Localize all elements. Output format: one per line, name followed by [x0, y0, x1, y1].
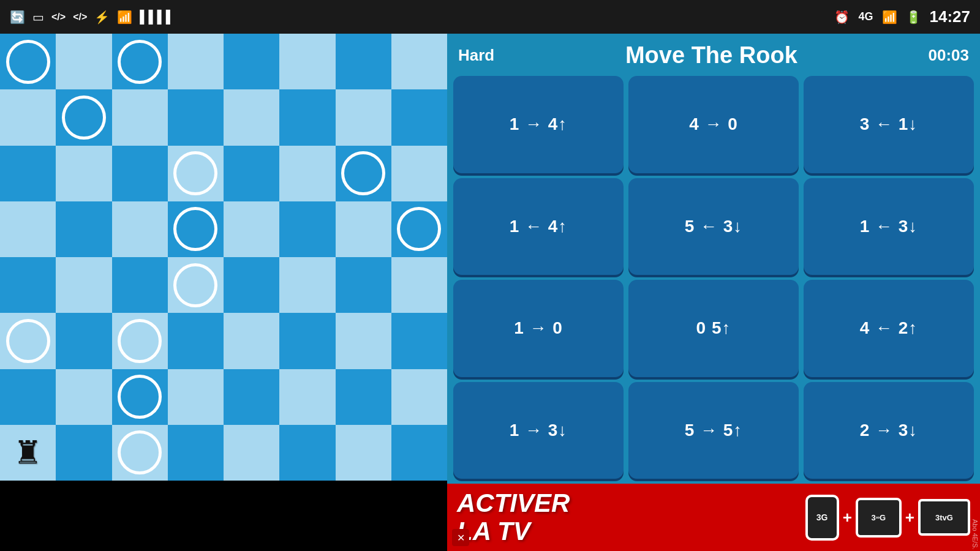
cell-6-0[interactable] [0, 369, 56, 425]
cell-5-4[interactable] [224, 313, 279, 369]
checker-piece-4-3 [173, 263, 217, 307]
cell-3-6[interactable] [336, 201, 391, 257]
cell-7-7[interactable] [391, 425, 447, 481]
cell-3-5[interactable] [279, 201, 335, 257]
cell-2-5[interactable] [279, 146, 335, 201]
move-button-9[interactable]: 1 → 3↓ [453, 382, 624, 479]
cell-0-5[interactable] [279, 34, 335, 89]
checker-piece-3-7 [397, 207, 441, 251]
checker-piece-5-2 [118, 319, 162, 363]
checker-piece-0-2 [118, 40, 162, 84]
ad-line1: ACTIVER [457, 489, 570, 517]
cell-1-0[interactable] [0, 89, 56, 145]
cell-4-0[interactable] [0, 257, 56, 313]
move-button-2[interactable]: 3 ← 1↓ [804, 76, 974, 173]
cell-4-2[interactable] [112, 257, 168, 313]
cell-3-7[interactable] [391, 201, 447, 257]
cell-5-7[interactable] [391, 313, 447, 369]
cell-7-4[interactable] [224, 425, 279, 481]
move-button-11[interactable]: 2 → 3↓ [804, 382, 974, 479]
cell-0-1[interactable] [56, 34, 111, 89]
plus1-icon: + [843, 508, 852, 527]
cell-5-1[interactable] [56, 313, 111, 369]
cell-4-6[interactable] [336, 257, 391, 313]
checker-piece-1-1 [62, 96, 106, 140]
cell-0-3[interactable] [168, 34, 224, 89]
cell-1-6[interactable] [336, 89, 391, 145]
cell-0-2[interactable] [112, 34, 168, 89]
cell-7-2[interactable] [112, 425, 168, 481]
cell-2-4[interactable] [224, 146, 279, 201]
right-panel: Hard Move The Rook 00:03 1 → 4↑4 → 03 ← … [447, 34, 980, 551]
battery-icon: 🔋 [906, 10, 921, 24]
cell-4-4[interactable] [224, 257, 279, 313]
cell-2-1[interactable] [56, 146, 111, 201]
checker-piece-5-0 [6, 319, 50, 363]
cell-6-7[interactable] [391, 369, 447, 425]
usb-icon: ⚡ [94, 10, 110, 24]
move-button-3[interactable]: 1 ← 4↑ [453, 178, 624, 276]
cell-0-4[interactable] [224, 34, 279, 89]
cell-7-1[interactable] [56, 425, 111, 481]
move-button-8[interactable]: 4 ← 2↑ [804, 280, 974, 377]
cell-4-5[interactable] [279, 257, 335, 313]
cell-5-5[interactable] [279, 313, 335, 369]
cell-5-6[interactable] [336, 313, 391, 369]
cell-1-5[interactable] [279, 89, 335, 145]
cell-0-0[interactable] [0, 34, 56, 89]
cell-3-2[interactable] [112, 201, 168, 257]
cell-5-0[interactable] [0, 313, 56, 369]
move-button-5[interactable]: 1 ← 3↓ [804, 178, 974, 276]
cell-7-0[interactable]: ♜ [0, 425, 56, 481]
cell-2-2[interactable] [112, 146, 168, 201]
cell-1-3[interactable] [168, 89, 224, 145]
cell-3-4[interactable] [224, 201, 279, 257]
cell-4-7[interactable] [391, 257, 447, 313]
ad-close-button[interactable]: ✕ [452, 529, 469, 546]
cell-1-7[interactable] [391, 89, 447, 145]
cell-0-7[interactable] [391, 34, 447, 89]
cell-1-1[interactable] [56, 89, 111, 145]
cell-6-1[interactable] [56, 369, 111, 425]
cell-3-1[interactable] [56, 201, 111, 257]
cell-7-5[interactable] [279, 425, 335, 481]
clock-display: 14:27 [930, 7, 971, 26]
cell-3-3[interactable] [168, 201, 224, 257]
cell-5-3[interactable] [168, 313, 224, 369]
move-button-4[interactable]: 5 ← 3↓ [628, 178, 799, 276]
sync-icon: 🔄 [10, 10, 25, 24]
cell-1-2[interactable] [112, 89, 168, 145]
cell-6-6[interactable] [336, 369, 391, 425]
cell-7-6[interactable] [336, 425, 391, 481]
cell-5-2[interactable] [112, 313, 168, 369]
timer-display: 00:03 [929, 46, 970, 65]
cell-4-3[interactable] [168, 257, 224, 313]
cell-2-3[interactable] [168, 146, 224, 201]
cell-7-3[interactable] [168, 425, 224, 481]
cell-1-4[interactable] [224, 89, 279, 145]
code1-icon: </> [51, 12, 66, 23]
cell-0-6[interactable] [336, 34, 391, 89]
move-button-10[interactable]: 5 → 5↑ [628, 382, 799, 479]
cell-6-2[interactable] [112, 369, 168, 425]
move-button-6[interactable]: 1 → 0 [453, 280, 624, 377]
cell-6-4[interactable] [224, 369, 279, 425]
cell-3-0[interactable] [0, 201, 56, 257]
network-label: 4G [858, 10, 873, 23]
ad-banner: ACTIVER LA TV 3G + 3∞G + 3tvG ✕ Abo 4E/S… [447, 484, 980, 551]
cell-2-7[interactable] [391, 146, 447, 201]
move-button-7[interactable]: 0 5↑ [628, 280, 799, 377]
rook-piece: ♜ [13, 434, 42, 471]
cell-4-1[interactable] [56, 257, 111, 313]
cell-6-5[interactable] [279, 369, 335, 425]
chess-board: ♜ [0, 34, 447, 481]
move-button-0[interactable]: 1 → 4↑ [453, 76, 624, 173]
ad-text: ACTIVER LA TV [457, 489, 570, 545]
cell-2-0[interactable] [0, 146, 56, 201]
cell-2-6[interactable] [336, 146, 391, 201]
move-button-1[interactable]: 4 → 0 [628, 76, 799, 173]
cell-6-3[interactable] [168, 369, 224, 425]
checker-piece-2-6 [341, 151, 385, 195]
wifi-icon: 📶 [117, 10, 132, 24]
laptop-icon: 3tvG [918, 499, 970, 536]
